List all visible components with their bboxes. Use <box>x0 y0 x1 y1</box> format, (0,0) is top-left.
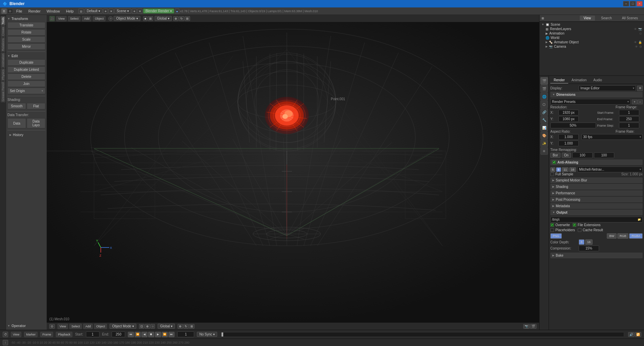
transform-rotate-icon[interactable]: ↻ <box>179 16 184 21</box>
timeline-bar[interactable] <box>221 332 624 337</box>
presets-remove-btn[interactable]: − <box>638 100 643 104</box>
outliner-item-camera[interactable]: ▶ 📷 Camera 👁 ⚙ <box>540 44 643 49</box>
animation-icon2[interactable]: ⊙ <box>639 32 642 35</box>
aa-btn-16[interactable]: 16 <box>569 167 576 172</box>
camera-icon[interactable]: 📷 <box>523 324 530 329</box>
transform-widget-scale[interactable]: ⊞ <box>189 324 194 329</box>
res-percent-input[interactable]: 50% <box>550 123 596 128</box>
viewport-shade-wire[interactable]: ⊠ <box>148 16 153 21</box>
prop-tab-modifier[interactable]: 🔧 <box>540 116 548 124</box>
outliner-item-renderlayers[interactable]: ▦ RenderLayers 👁 📷 <box>540 27 643 31</box>
scene-dropdown[interactable]: Scene ▾ <box>114 8 131 14</box>
mode-footer-dropdown[interactable]: Object Mode ▾ <box>110 324 136 329</box>
menu-help[interactable]: Help <box>63 8 76 14</box>
aspect-y-input[interactable]: 1.000 <box>558 140 579 146</box>
flat-button[interactable]: Flat <box>27 103 45 109</box>
audio-icon[interactable]: 🔊 <box>628 332 635 337</box>
mode-dropdown[interactable]: Object Mode ▾ <box>114 16 140 21</box>
res-y-input[interactable]: 1080 px <box>558 116 579 122</box>
transform-scale-icon[interactable]: ⊞ <box>185 16 190 21</box>
join-button[interactable]: Join <box>7 81 45 87</box>
view-menu[interactable]: View <box>56 16 67 21</box>
output-section-header[interactable]: ▼ Output <box>550 210 643 215</box>
rgb-mode-btn[interactable]: RGB <box>617 233 629 239</box>
editor-type-icon[interactable]: ⊞ <box>78 8 84 14</box>
set-origin-button[interactable]: Set Origin ▾ <box>7 88 45 94</box>
jump-end-btn[interactable]: ⏭ <box>168 332 175 337</box>
render-engine-dropdown[interactable]: Blender Render ▾ <box>143 8 174 14</box>
sampled-motion-blur-section[interactable]: ▶ Sampled Motion Blur <box>550 177 643 183</box>
global-dropdown[interactable]: Global ▾ <box>155 16 172 21</box>
rgba-mode-btn[interactable]: RGBA <box>629 233 643 239</box>
outliner-item-armature[interactable]: ▶ 🦴 Armature Object 👁 🔒 <box>540 40 643 44</box>
viewport-persp-icon[interactable]: ⊙ <box>49 324 55 329</box>
scale-button[interactable]: Scale <box>7 36 45 43</box>
renderlayers-eye[interactable]: 👁 <box>634 27 637 31</box>
history-section[interactable]: ▶ History <box>7 132 45 138</box>
menu-file[interactable]: File <box>14 8 25 14</box>
prop-tab-particles[interactable]: ✨ <box>540 139 548 147</box>
rotate-button[interactable]: Rotate <box>7 29 45 36</box>
end-frame-input[interactable]: 250 <box>112 331 125 337</box>
tab-create[interactable]: Create <box>1 26 5 37</box>
play-back-btn[interactable]: ◀ <box>141 332 147 337</box>
display-dropdown[interactable]: Image Editor ▾ <box>579 85 636 91</box>
shading-section[interactable]: ▶ Shading <box>550 184 643 190</box>
full-sample-checkbox[interactable] <box>550 172 554 176</box>
compression-input[interactable]: 15% <box>579 245 599 251</box>
bw-mode-btn[interactable]: BW <box>607 233 617 239</box>
outliner-tab-view[interactable]: View <box>580 16 595 21</box>
prop-tab-render[interactable]: 🎬 <box>540 77 548 85</box>
timeline-frame-menu[interactable]: Frame <box>40 332 53 337</box>
tab-tools[interactable]: Tools <box>1 16 5 25</box>
data-layo-button[interactable]: Data Layo <box>27 118 45 128</box>
tab-grease-pencil[interactable]: Grease Pencil <box>1 81 5 103</box>
render-presets-dropdown[interactable]: Render Presets ▾ <box>550 99 630 105</box>
add-footer-menu[interactable]: Add <box>83 324 93 329</box>
timeline-view-menu[interactable]: View <box>11 332 21 337</box>
png-format-btn[interactable]: PNG <box>550 233 562 239</box>
outliner-item-world[interactable]: 🌐 World <box>540 36 643 40</box>
cd-8-btn[interactable]: 8 <box>579 239 584 245</box>
aa-btn-11[interactable]: 11 <box>562 167 569 172</box>
duplicate-button[interactable]: Duplicate <box>7 59 45 66</box>
add-menu[interactable]: Add <box>82 16 91 21</box>
menu-render[interactable]: Render <box>26 8 43 14</box>
prop-tab-physics[interactable]: ⚛ <box>540 147 548 155</box>
maximize-button[interactable]: □ <box>630 1 636 6</box>
file-extensions-checkbox[interactable]: ✓ <box>573 223 576 227</box>
minimize-button[interactable]: − <box>623 1 629 6</box>
render-subtab-audio[interactable]: Audio <box>590 77 605 84</box>
overwrite-checkbox[interactable]: ✓ <box>550 223 554 227</box>
step-back-btn[interactable]: ⏪ <box>135 332 141 337</box>
outliner-tab-all-scenes[interactable]: All Scenes <box>618 16 642 21</box>
frame-rate-dropdown[interactable]: 30 fps ▾ <box>581 134 643 140</box>
start-frame-input[interactable]: 1 <box>619 110 639 115</box>
loop-icon[interactable]: 🔁 <box>635 332 641 337</box>
translate-button[interactable]: Translate <box>7 22 45 28</box>
proportional-icon[interactable]: ○ <box>151 324 155 329</box>
prop-tab-constraints[interactable]: 🔗 <box>540 108 548 116</box>
renderlayers-cam[interactable]: 📷 <box>638 27 642 31</box>
select-menu[interactable]: Select <box>68 16 80 21</box>
render-subtab-render[interactable]: Render <box>550 77 568 84</box>
presets-add-btn[interactable]: + <box>632 100 637 104</box>
object-footer-menu[interactable]: Object <box>94 324 107 329</box>
aa-btn-8[interactable]: 8 <box>556 167 561 172</box>
current-frame-input[interactable]: 1 <box>177 331 194 337</box>
cd-16-btn[interactable]: 16 <box>585 239 593 245</box>
cache-result-checkbox[interactable] <box>578 228 581 232</box>
timeline-marker-menu[interactable]: Marker <box>24 332 38 337</box>
aa-checkbox[interactable]: ✓ <box>552 160 556 164</box>
global-footer-dropdown[interactable]: Global ▾ <box>158 324 175 329</box>
tab-physics[interactable]: Physics <box>1 68 5 81</box>
transform-widget-rotate[interactable]: ↻ <box>183 324 189 329</box>
aa-section-header[interactable]: ✓ Anti-Aliasing <box>550 159 643 165</box>
menu-window[interactable]: Window <box>44 8 63 14</box>
frame-step-input[interactable]: 1 <box>619 123 639 128</box>
time-new-input[interactable]: 100 <box>594 152 614 158</box>
delete-button[interactable]: Delete <box>7 73 45 80</box>
prop-tab-data[interactable]: 📊 <box>540 124 548 131</box>
snap-icon[interactable]: ⊕ <box>145 324 150 329</box>
bor-btn[interactable]: Bor <box>550 153 560 158</box>
